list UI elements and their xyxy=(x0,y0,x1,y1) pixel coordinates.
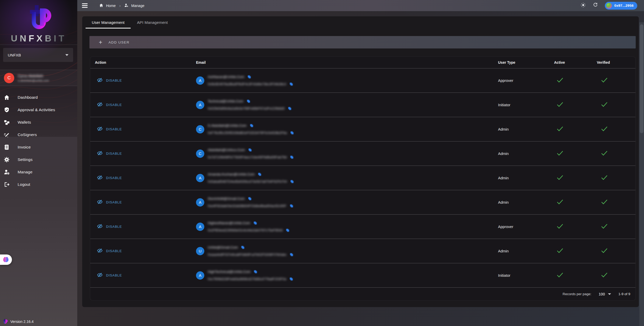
wallet-address-button[interactable]: 0x97...2956 xyxy=(605,2,637,10)
sidebar-item-approval-activities[interactable]: Approval & Activities xyxy=(0,104,77,116)
user-email: s.abdollahi@unfxb.com xyxy=(18,79,49,82)
copy-icon[interactable] xyxy=(289,82,293,86)
user-avatar: C xyxy=(4,73,14,83)
column-header-email: Email xyxy=(196,60,497,65)
avatar: A xyxy=(196,198,204,207)
disable-button[interactable]: DISABLE xyxy=(106,103,122,107)
copy-icon[interactable] xyxy=(258,172,262,176)
user-type: Initiator xyxy=(497,273,554,278)
eye-off-icon[interactable] xyxy=(97,102,103,108)
copy-icon[interactable] xyxy=(286,228,290,232)
avatar: U xyxy=(196,247,204,255)
avatar: A xyxy=(196,271,204,280)
active-cell xyxy=(554,198,597,207)
copy-icon[interactable] xyxy=(290,204,293,208)
sidebar-item-dashboard[interactable]: Dashboard xyxy=(0,91,77,104)
sidebar-item-settings[interactable]: Settings xyxy=(0,153,77,166)
copy-icon[interactable] xyxy=(288,107,292,110)
sidebar-item-invoice[interactable]: Invoice xyxy=(0,141,77,153)
sidebar-item-wallets[interactable]: Wallets xyxy=(0,116,77,129)
copy-icon[interactable] xyxy=(289,277,293,281)
copy-icon[interactable] xyxy=(241,245,245,249)
breadcrumb-home[interactable]: Home xyxy=(106,4,116,8)
avatar: A xyxy=(196,101,204,109)
disable-button[interactable]: DISABLE xyxy=(106,176,122,180)
active-check-icon xyxy=(556,153,564,158)
eye-off-icon[interactable] xyxy=(97,77,103,84)
action-cell: DISABLE xyxy=(90,150,196,157)
brightness-icon[interactable] xyxy=(580,2,586,9)
copy-icon[interactable] xyxy=(253,221,257,225)
copy-icon[interactable] xyxy=(290,180,294,183)
eye-off-icon[interactable] xyxy=(97,223,103,230)
eye-off-icon[interactable] xyxy=(97,150,103,157)
email-cell: A HighestNaran@Unfxb.Com 0x2FfEfeed2290b… xyxy=(196,221,497,232)
main-area: User Management API Management + ADD USE… xyxy=(77,11,644,326)
sidebar-item-manage[interactable]: Manage xyxy=(0,166,77,178)
active-cell xyxy=(554,76,597,85)
eye-off-icon[interactable] xyxy=(97,126,103,133)
sidebar-item-label: Wallets xyxy=(18,120,31,125)
scrollbar-thumb[interactable] xyxy=(640,24,643,133)
email-text: Unfxb@Gmail.Com xyxy=(208,245,238,249)
user-type: Admin xyxy=(497,200,554,204)
page-size-select[interactable]: 100 xyxy=(599,292,611,296)
disable-button[interactable]: DISABLE xyxy=(106,273,122,277)
refresh-icon[interactable] xyxy=(593,2,598,9)
wallet-address-text: 0xaaa4e8F037e9ca8F0db9Fcd7b52F5308F07b0a… xyxy=(208,253,286,257)
menu-icon[interactable] xyxy=(82,3,88,8)
active-check-icon xyxy=(556,178,564,182)
tab-api-management[interactable]: API Management xyxy=(131,16,174,29)
sidebar-item-logout[interactable]: Logout xyxy=(0,178,77,191)
verified-cell xyxy=(597,271,635,280)
user-profile[interactable]: C Cyrus Abdollahi s.abdollahi@unfxb.com xyxy=(0,70,77,86)
active-check-icon xyxy=(556,80,564,84)
active-cell xyxy=(554,247,597,255)
tab-user-management[interactable]: User Management xyxy=(86,16,131,29)
copy-icon[interactable] xyxy=(248,197,252,201)
copy-icon[interactable] xyxy=(248,148,252,152)
scrollbar[interactable] xyxy=(639,22,644,326)
disable-button[interactable]: DISABLE xyxy=(106,200,122,204)
assistant-button[interactable] xyxy=(0,254,12,265)
eye-off-icon[interactable] xyxy=(97,272,103,279)
user-table: Action Email User Type Active Verified D… xyxy=(90,56,636,301)
sidebar-item-cosigners[interactable]: CoSigners xyxy=(0,129,77,141)
org-selector[interactable]: UNFXB xyxy=(3,48,73,62)
tab-bar: User Management API Management xyxy=(82,16,639,29)
eye-off-icon[interactable] xyxy=(97,199,103,206)
user-type: Admin xyxy=(497,127,554,131)
disable-button[interactable]: DISABLE xyxy=(106,225,122,229)
column-header-verified: Verified xyxy=(597,60,635,65)
disable-button[interactable]: DISABLE xyxy=(106,79,122,82)
wallet-address-text: 0xc7908d228Fedd3a3b58cd27b88cd779adF203F… xyxy=(208,277,286,281)
wallet-address-text: 0x7d7109449Fb77830F4acc7cbe45F9dBa59Fab7… xyxy=(208,155,287,159)
divider xyxy=(0,45,77,45)
copy-icon[interactable] xyxy=(254,270,257,274)
wallet-address-text: 0xe4F82dab03e32dd38b54F03dbe8bad54ac92c9… xyxy=(208,204,286,208)
copy-icon[interactable] xyxy=(247,75,251,79)
pagination-range: 1-9 of 9 xyxy=(618,292,630,296)
email-text: HighTechnical@Unfxb.Com xyxy=(208,270,250,274)
copy-icon[interactable] xyxy=(290,131,294,135)
verified-check-icon xyxy=(601,202,608,206)
action-cell: DISABLE xyxy=(90,272,196,279)
eye-off-icon[interactable] xyxy=(97,248,103,254)
brand: UNFXBIT xyxy=(0,5,77,44)
disable-button[interactable]: DISABLE xyxy=(106,249,122,253)
copy-icon[interactable] xyxy=(247,99,250,103)
disable-button[interactable]: DISABLE xyxy=(106,152,122,155)
copy-icon[interactable] xyxy=(290,155,294,159)
wallet-address: 0x97...2956 xyxy=(614,4,634,8)
add-user-button[interactable]: + ADD USER xyxy=(89,36,636,48)
page-size-value: 100 xyxy=(599,292,605,296)
email-text: S.Abdollahi@Unfxb.Com xyxy=(208,124,247,127)
copy-icon[interactable] xyxy=(250,124,254,127)
version-row: Version 2.16.4 xyxy=(2,319,34,324)
user-gear-icon xyxy=(3,169,10,175)
copy-icon[interactable] xyxy=(290,253,293,257)
active-check-icon xyxy=(556,226,564,231)
verified-cell xyxy=(597,101,635,109)
disable-button[interactable]: DISABLE xyxy=(106,127,122,131)
eye-off-icon[interactable] xyxy=(97,175,103,181)
